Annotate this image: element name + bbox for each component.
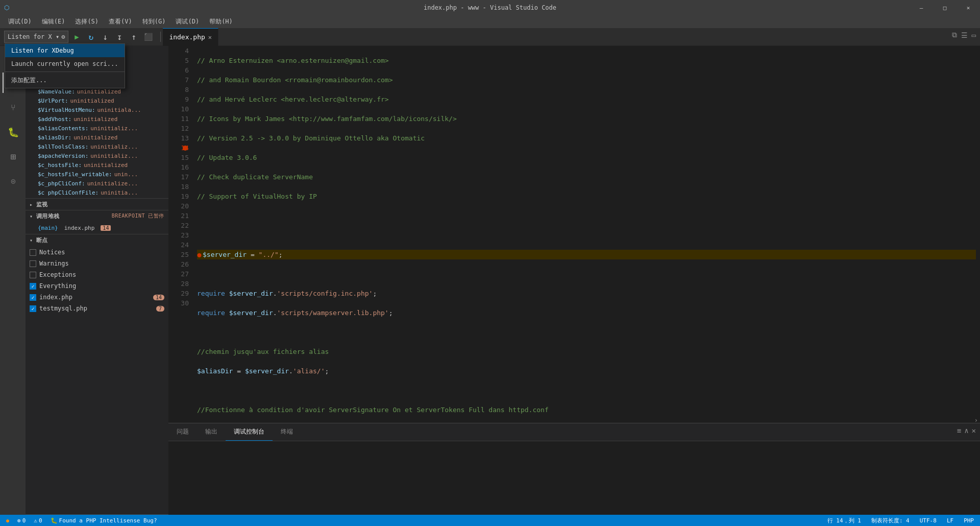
menubar: 调试(D) 编辑(E) 选择(S) 查看(V) 转到(G) 调试(D) 帮助(H… <box>0 15 980 28</box>
code-editor[interactable]: 4 5 6 7 8 9 10 11 12 13 14 15 16 17 18 1… <box>168 46 980 423</box>
var-addvhost: $addVhost: uninitialized <box>26 114 168 124</box>
code-line-8: // Version 2.5 -> 3.0.0 by Dominique Ott… <box>197 133 976 143</box>
watch-header[interactable]: ▸ 监视 <box>26 199 168 210</box>
breakpoints-content: Notices Warnings Exceptions ✓ Everything… <box>26 246 168 315</box>
var-chostsfile: $c_hostsFile: uninitialized <box>26 160 168 170</box>
code-line-19: //chemin jusqu'aux fichiers alias <box>197 347 976 356</box>
tab-index-php[interactable]: index.php ✕ <box>163 28 218 46</box>
debug-step-over-button[interactable]: ↓ <box>99 31 111 43</box>
panel-toolbar: ≡ ∧ ✕ <box>957 426 976 435</box>
status-language[interactable]: PHP <box>962 515 976 526</box>
panel-tab-problems[interactable]: 问题 <box>168 423 197 441</box>
minimize-button[interactable]: — <box>910 0 933 15</box>
bp-warnings: Warnings <box>26 258 168 269</box>
debug-stop-button[interactable]: ⬛ <box>142 31 154 43</box>
var-apacheversion: $apacheVersion: uninitializ... <box>26 151 168 160</box>
toggle-panel-icon[interactable]: ▭ <box>972 31 976 39</box>
panel-tab-output[interactable]: 输出 <box>197 423 226 441</box>
bp-notices-checkbox[interactable] <box>30 249 36 256</box>
remote-icon[interactable]: ◎ <box>3 171 23 191</box>
callstack-header[interactable]: ▾ 调用堆栈 BREAKPOINT 已暂停 <box>26 210 168 222</box>
bp-notices-label: Notices <box>39 249 65 256</box>
debug-icon[interactable]: 🐛 <box>3 122 23 142</box>
tab-close-icon[interactable]: ✕ <box>208 34 212 41</box>
menu-edit[interactable]: 编辑(E) <box>38 16 69 27</box>
menu-debug1[interactable]: 调试(D) <box>4 16 36 27</box>
bp-testmysql-checkbox[interactable]: ✓ <box>30 305 36 312</box>
close-button[interactable]: ✕ <box>957 0 980 15</box>
bp-everything-label: Everything <box>39 282 76 290</box>
breakpoint-badge: BREAKPOINT 已暂停 <box>112 212 164 220</box>
breakpoints-header[interactable]: ▾ 断点 <box>26 234 168 246</box>
statusbar: ● ⊗ 0 ⚠ 0 🐛 Found a PHP Intellisense Bug… <box>0 515 980 526</box>
status-bug-report[interactable]: 🐛 Found a PHP Intellisense Bug? <box>48 515 159 526</box>
var-alltoolsclass: $allToolsClass: uninitializ... <box>26 142 168 151</box>
status-debug-indicator[interactable]: ● <box>4 515 11 526</box>
panel-tabs: 问题 输出 调试控制台 终端 ≡ ∧ ✕ <box>168 423 980 441</box>
menu-help[interactable]: 帮助(H) <box>205 16 237 27</box>
bp-everything-checkbox[interactable]: ✓ <box>30 283 36 290</box>
panel-tab-terminal[interactable]: 终端 <box>273 423 301 441</box>
debug-config-dropdown[interactable]: Listen for X ▾ ⚙ Listen for XDebug Launc… <box>4 31 68 43</box>
callstack-item-main[interactable]: {main} index.php 14 <box>26 223 168 233</box>
tab-bar: index.php ✕ <box>163 28 980 46</box>
panel-tab-debug[interactable]: 调试控制台 <box>226 423 273 441</box>
source-control-icon[interactable]: ⑂ <box>3 97 23 117</box>
warning-icon: ⚠ <box>34 517 37 524</box>
bp-indexphp: ✓ index.php 14 <box>26 292 168 303</box>
dropdown-item-listen[interactable]: Listen for XDebug <box>5 44 125 57</box>
watch-section: ▸ 监视 <box>26 199 168 210</box>
code-line-20: $aliasDir = $server_dir.'alias/'; <box>197 366 976 376</box>
debug-step-into-button[interactable]: ↧ <box>113 31 126 43</box>
editor-area: 4 5 6 7 8 9 10 11 12 13 14 15 16 17 18 1… <box>168 46 980 515</box>
bp-exceptions: Exceptions <box>26 269 168 280</box>
status-line-col[interactable]: 行 14，列 1 <box>825 515 863 526</box>
extensions-icon[interactable]: ⊞ <box>3 146 23 166</box>
code-line-6: // and Hervé Leclerc <herve.leclerc@alte… <box>197 94 976 104</box>
debug-step-out-button[interactable]: ↑ <box>128 31 140 43</box>
status-tab-size[interactable]: 制表符长度: 4 <box>869 515 912 526</box>
code-line-9: // Update 3.0.6 <box>197 153 976 162</box>
debug-restart-button[interactable]: ↻ <box>85 31 97 43</box>
toolbar-right: ⧉ ☰ ▭ <box>952 31 976 39</box>
debug-continue-button[interactable]: ▶ <box>70 31 83 43</box>
bp-indexphp-label: index.php <box>39 294 72 301</box>
line-numbers: 4 5 6 7 8 9 10 11 12 13 14 15 16 17 18 1… <box>168 46 193 423</box>
collapse-panel-icon[interactable]: ∧ <box>964 426 968 435</box>
activity-bar: ⎘ 🔍 ⑂ 🐛 ⊞ ◎ <box>0 46 26 515</box>
filter-icon[interactable]: ≡ <box>957 426 961 435</box>
dropdown-item-launch[interactable]: Launch currently open scri... <box>5 57 125 70</box>
bp-warnings-checkbox[interactable] <box>30 260 36 267</box>
close-panel-icon[interactable]: ✕ <box>972 426 976 435</box>
status-encoding[interactable]: UTF-8 <box>918 515 939 526</box>
var-cphpcliconf: $c_phpCliConf: uninitialize... <box>26 179 168 188</box>
status-line-ending[interactable]: LF <box>945 515 955 526</box>
gear-icon[interactable]: ⚙ <box>61 33 65 40</box>
code-line-5: // and Romain Bourdon <rromain@romainbou… <box>197 75 976 85</box>
maximize-button[interactable]: □ <box>933 0 957 15</box>
code-line-11: // Support of VitualHost by IP <box>197 192 976 201</box>
code-line-13 <box>197 230 976 240</box>
bottom-panel: 问题 输出 调试控制台 终端 ≡ ∧ ✕ <box>168 423 980 515</box>
menu-debug2[interactable]: 调试(D) <box>172 16 203 27</box>
bp-exceptions-checkbox[interactable] <box>30 272 36 278</box>
status-errors[interactable]: ⊗ 0 <box>15 515 28 526</box>
callstack-section: ▾ 调用堆栈 BREAKPOINT 已暂停 {main} index.php 1… <box>26 210 168 234</box>
menu-view[interactable]: 查看(V) <box>105 16 136 27</box>
bp-indexphp-checkbox[interactable]: ✓ <box>30 294 36 301</box>
var-aliasdir: $aliasDir: uninitialized <box>26 133 168 142</box>
sidebar: ▾ 变量 ▾ • Locals $Dupli... $Mysqlport: un… <box>26 46 168 515</box>
debug-toolbar: Listen for X ▾ ⚙ Listen for XDebug Launc… <box>0 28 158 46</box>
code-line-10: // Check duplicate ServerName <box>197 172 976 182</box>
var-urlport: $UrlPort: uninitialized <box>26 96 168 105</box>
bp-testmysql: ✓ testmysql.php 7 <box>26 303 168 314</box>
menu-goto[interactable]: 转到(G) <box>138 16 170 27</box>
bp-everything: ✓ Everything <box>26 280 168 292</box>
code-content[interactable]: // Arno Esternuizen <arno.esternuizen@gm… <box>193 46 980 423</box>
var-aliascontents: $aliasContents: uninitializ... <box>26 124 168 133</box>
status-warnings[interactable]: ⚠ 0 <box>32 515 44 526</box>
split-editor-icon[interactable]: ⧉ <box>952 31 957 39</box>
toggle-sidebar-icon[interactable]: ☰ <box>961 31 968 39</box>
dropdown-item-add-config[interactable]: 添加配置... <box>5 73 125 88</box>
menu-select[interactable]: 选择(S) <box>71 16 103 27</box>
